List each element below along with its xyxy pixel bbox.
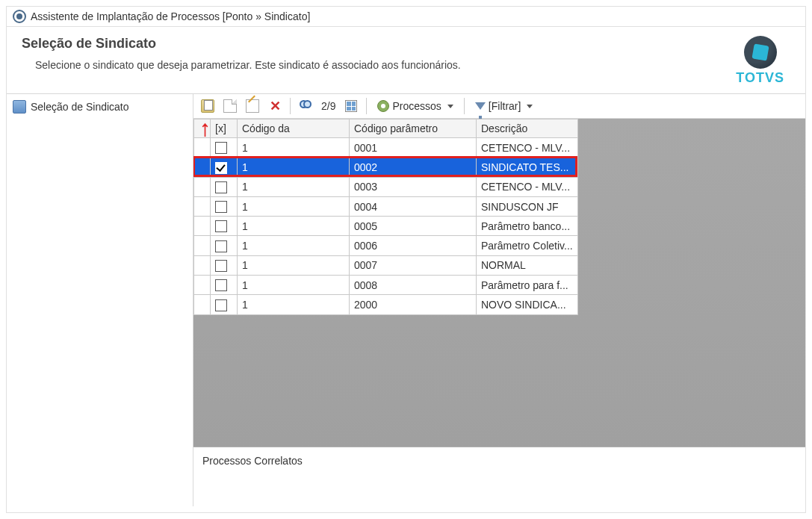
- row-checkbox-cell[interactable]: [211, 177, 238, 196]
- new-page-icon: [223, 99, 237, 113]
- window-title: Assistente de Implantação de Processos […: [31, 10, 310, 22]
- cell-parametro[interactable]: 2000: [350, 295, 477, 314]
- table-row[interactable]: 10004SINDUSCON JF: [194, 196, 578, 216]
- cell-codigo[interactable]: 1: [238, 295, 350, 314]
- row-marker: [194, 217, 211, 236]
- cell-parametro[interactable]: 0006: [350, 236, 477, 255]
- cell-parametro[interactable]: 0001: [350, 138, 477, 158]
- chevron-down-icon: [527, 105, 533, 108]
- cell-parametro[interactable]: 0002: [350, 158, 477, 177]
- filter-icon: [475, 102, 486, 110]
- cell-codigo[interactable]: 1: [238, 138, 350, 158]
- col-descricao[interactable]: Descrição: [477, 119, 578, 138]
- cell-parametro[interactable]: 0008: [350, 276, 477, 295]
- delete-icon: ✕: [270, 99, 281, 113]
- header-panel: Seleção de Sindicato Selecione o sindica…: [7, 27, 805, 94]
- col-checkbox[interactable]: [x]: [211, 119, 238, 138]
- grid-area[interactable]: [x] Código da Código parâmetro Descrição…: [193, 119, 805, 447]
- col-parametro[interactable]: Código parâmetro: [350, 119, 477, 138]
- processes-dropdown[interactable]: Processos: [372, 96, 458, 116]
- cell-codigo[interactable]: 1: [238, 276, 350, 295]
- grid-icon: [345, 100, 357, 112]
- copy-button[interactable]: [198, 96, 217, 116]
- find-button[interactable]: [296, 96, 315, 116]
- row-checkbox-cell[interactable]: [211, 276, 238, 295]
- row-marker: [194, 295, 211, 314]
- table-row[interactable]: 10006Parâmetro Coletiv...: [194, 236, 578, 255]
- toolbar: ✕ 2/9 Processos [Filtrar]: [193, 94, 805, 119]
- table-row[interactable]: 10007NORMAL: [194, 255, 578, 275]
- cell-codigo[interactable]: 1: [238, 217, 350, 236]
- row-marker: [194, 236, 211, 255]
- table-row[interactable]: 10008Parâmetro para f...: [194, 276, 578, 295]
- page-title: Seleção de Sindicato: [22, 36, 736, 52]
- filter-dropdown[interactable]: [Filtrar]: [470, 96, 539, 116]
- cell-descricao[interactable]: CETENCO - MLV...: [477, 138, 578, 158]
- related-processes-title: Processos Correlatos: [202, 455, 303, 467]
- page-subtitle: Selecione o sindicato que deseja paramet…: [22, 59, 736, 71]
- table-row[interactable]: 12000NOVO SINDICA...: [194, 295, 578, 314]
- checkbox[interactable]: [215, 181, 227, 193]
- record-counter: 2/9: [318, 100, 338, 112]
- row-checkbox-cell[interactable]: [211, 236, 238, 255]
- cell-descricao[interactable]: Parâmetro banco...: [477, 217, 578, 236]
- table-row[interactable]: 10002SINDICATO TES...: [194, 158, 578, 177]
- toolbar-separator: [366, 98, 367, 114]
- checkbox[interactable]: [215, 142, 227, 154]
- cell-codigo[interactable]: 1: [238, 158, 350, 177]
- checkbox[interactable]: [215, 299, 227, 311]
- row-checkbox-cell[interactable]: [211, 138, 238, 158]
- table-row[interactable]: 10005Parâmetro banco...: [194, 217, 578, 236]
- col-marker[interactable]: [194, 119, 211, 138]
- col-codigo[interactable]: Código da: [238, 119, 350, 138]
- main-area: ✕ 2/9 Processos [Filtrar]: [193, 94, 805, 506]
- row-checkbox-cell[interactable]: [211, 295, 238, 314]
- checkbox[interactable]: [215, 279, 227, 291]
- table-row[interactable]: 10003CETENCO - MLV...: [194, 177, 578, 196]
- delete-button[interactable]: ✕: [265, 96, 285, 116]
- edit-button[interactable]: [243, 96, 262, 116]
- cell-descricao[interactable]: NOVO SINDICA...: [477, 295, 578, 314]
- gear-icon: [377, 100, 389, 112]
- layout-button[interactable]: [341, 96, 361, 116]
- checkbox[interactable]: [215, 220, 227, 232]
- cell-parametro[interactable]: 0005: [350, 217, 477, 236]
- cell-descricao[interactable]: SINDUSCON JF: [477, 196, 578, 216]
- cell-descricao[interactable]: NORMAL: [477, 255, 578, 275]
- checkbox[interactable]: [215, 240, 227, 252]
- sidebar-item-selecao-sindicato[interactable]: Seleção de Sindicato: [7, 97, 193, 116]
- cell-descricao[interactable]: Parâmetro Coletiv...: [477, 236, 578, 255]
- cell-descricao[interactable]: Parâmetro para f...: [477, 276, 578, 295]
- cell-parametro[interactable]: 0003: [350, 177, 477, 196]
- cell-codigo[interactable]: 1: [238, 177, 350, 196]
- data-grid[interactable]: [x] Código da Código parâmetro Descrição…: [193, 119, 578, 315]
- toolbar-separator: [290, 98, 291, 114]
- new-button[interactable]: [220, 96, 240, 116]
- cell-codigo[interactable]: 1: [238, 236, 350, 255]
- cell-descricao[interactable]: SINDICATO TES...: [477, 158, 578, 177]
- row-marker: [194, 138, 211, 158]
- row-marker: [194, 158, 211, 177]
- row-checkbox-cell[interactable]: [211, 255, 238, 275]
- clipboard-icon: [201, 99, 214, 113]
- filter-label: [Filtrar]: [486, 100, 524, 112]
- edit-icon: [246, 99, 259, 113]
- row-marker: [194, 255, 211, 275]
- row-checkbox-cell[interactable]: [211, 158, 238, 177]
- cell-codigo[interactable]: 1: [238, 255, 350, 275]
- app-icon: [13, 10, 26, 23]
- row-checkbox-cell[interactable]: [211, 196, 238, 216]
- row-marker: [194, 276, 211, 295]
- titlebar: Assistente de Implantação de Processos […: [7, 7, 805, 27]
- cell-parametro[interactable]: 0004: [350, 196, 477, 216]
- cell-codigo[interactable]: 1: [238, 196, 350, 216]
- row-checkbox-cell[interactable]: [211, 217, 238, 236]
- checkbox[interactable]: [215, 260, 227, 272]
- row-marker: [194, 196, 211, 216]
- cell-parametro[interactable]: 0007: [350, 255, 477, 275]
- checkbox[interactable]: [215, 201, 227, 213]
- app-window: Assistente de Implantação de Processos […: [6, 6, 806, 513]
- cell-descricao[interactable]: CETENCO - MLV...: [477, 177, 578, 196]
- checkbox[interactable]: [215, 162, 227, 174]
- table-row[interactable]: 10001CETENCO - MLV...: [194, 138, 578, 158]
